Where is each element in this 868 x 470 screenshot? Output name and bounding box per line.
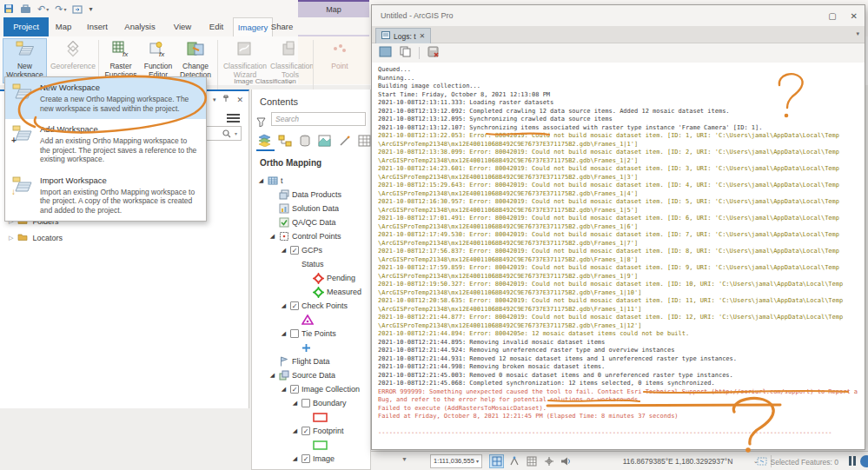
log-line: \ArcGISProTemp21348\mx12E40011068B492C9E… [378,190,865,199]
tab-map[interactable]: Map [49,17,78,36]
selected-features[interactable]: Selected Features: 0 [757,457,838,467]
pane-dropdown-icon[interactable]: ▾ [213,96,216,103]
tree-item-qa-qc-data[interactable]: QA/QC Data [252,215,370,229]
pin-icon[interactable] [222,95,229,104]
grid-icon[interactable] [524,454,539,468]
storage-icon[interactable] [297,133,312,148]
draw-order-icon[interactable] [257,133,272,148]
tab-insert[interactable]: Insert [80,17,115,36]
map-scale-select[interactable]: 1:111,036,555▾ [430,454,482,468]
tab-project[interactable]: Project [3,17,49,36]
menu-item-add-workspace[interactable]: + Add Workspace Add an existing Ortho Ma… [5,119,206,170]
expand-icon[interactable]: ◢ [280,330,288,337]
search-dropdown-icon[interactable]: ▾ [235,130,237,136]
locate-icon[interactable] [860,455,868,467]
menu-item-new-workspace[interactable]: New Workspace Create a new Ortho Mapping… [5,77,206,119]
tree-item-measured[interactable]: Measured [252,285,370,299]
expand-icon[interactable]: ◢ [280,302,288,309]
layout-grid-icon[interactable] [489,454,504,468]
tree-item-t[interactable]: ◢t [252,174,370,188]
contents-title: Contents [260,96,298,107]
tree-item-tie-points[interactable]: ◢Tie Points [252,327,370,341]
checkbox[interactable]: ✓ [290,385,299,394]
tree-item-flight-data[interactable]: Flight Data [252,354,370,368]
checkbox[interactable] [290,329,299,338]
tree-item-image-collection[interactable]: ◢✓Image Collection [252,382,370,396]
expand-icon[interactable]: ◢ [280,247,288,254]
active-view-underline [256,149,275,151]
speaker-icon[interactable] [559,454,573,468]
tree-item-control-points[interactable]: ◢Control Points [252,229,370,243]
edit-icon[interactable] [337,133,352,148]
checkbox[interactable]: ✓ [290,301,299,310]
log-doc-icon [381,31,390,41]
data-source-icon[interactable] [277,133,292,148]
tab-logs-t[interactable]: Logs: t ✕ [375,28,431,43]
tab-view[interactable]: View [165,17,200,36]
tree-item-footprint[interactable]: ◢✓Footprint [252,424,370,438]
undo-icon[interactable]: ↶▾ [37,3,49,15]
expand-icon[interactable]: ◢ [291,455,299,462]
project-switch-icon[interactable] [72,4,83,14]
maximize-icon[interactable]: ▢ [828,11,836,21]
filter-icon[interactable] [256,115,266,130]
menu-item-import-workspace[interactable]: ↓ Import Workspace Import an existing Or… [5,170,206,222]
tree-item-symbol[interactable] [252,438,370,452]
snap-icon[interactable] [507,454,521,468]
table-icon[interactable] [357,133,372,148]
tree-item-data-products[interactable]: Data Products [252,188,370,202]
tab-analysis[interactable]: Analysis [116,17,163,36]
tree-item-symbol[interactable] [252,410,370,424]
log-tab-strip: Logs: t ✕ ▾ [372,26,865,43]
expand-icon[interactable]: ◢ [280,386,288,393]
tree-item-source-data[interactable]: ◢Source Data [252,368,370,382]
expand-icon[interactable]: ◢ [268,233,276,240]
close-window-icon[interactable]: ✕ [851,11,858,21]
select-all-icon[interactable] [379,45,392,61]
checkbox[interactable] [301,399,310,407]
copy-icon[interactable] [400,45,411,61]
point-button[interactable]: Point [318,38,361,83]
save-icon[interactable] [3,3,14,14]
clear-log-icon[interactable] [427,45,440,61]
log-line: 2021-10-08T12:21:44.894: Error: 8004205e… [378,330,865,339]
log-line: 2021-10-08T12:13:12.095: Synchronizing c… [378,116,865,124]
menu-icon[interactable] [227,112,240,124]
checkbox[interactable]: ✓ [301,427,310,435]
open-project-icon[interactable] [20,4,31,14]
expand-icon[interactable]: ◢ [291,427,299,434]
map-view-icon[interactable] [317,133,332,148]
expand-icon[interactable]: ◢ [291,400,299,407]
function-editor-icon: fx [149,41,167,61]
checkbox[interactable]: ✓ [301,454,310,463]
expand-icon[interactable]: ◢ [268,372,276,379]
log-window-titlebar[interactable]: Untitled - ArcGIS Pro [372,5,865,26]
tree-item-symbol[interactable] [252,341,370,354]
expand-icon[interactable]: ◢ [257,177,265,184]
catalog-item-locators[interactable]: ▷ Locators [9,233,63,242]
close-tab-icon[interactable]: ✕ [420,32,426,40]
contents-search-input[interactable]: Search [271,112,366,126]
checkbox[interactable]: ✓ [290,246,299,255]
tree-item-solution-data[interactable]: Solution Data [252,202,370,215]
tree-item-check-points[interactable]: ◢✓Check Points [252,299,370,313]
tree-item-pending[interactable]: Pending [252,271,370,285]
close-pane-icon[interactable]: ✕ [236,96,243,104]
tree-item-boundary[interactable]: ◢Boundary [252,396,370,410]
collapse-icon[interactable]: ▷ [9,235,13,242]
tab-share[interactable]: Share [266,17,298,36]
redo-icon[interactable]: ↷▾ [55,3,66,15]
log-lines[interactable]: Queued...Running...Building image collec… [372,63,865,449]
tab-list-icon[interactable]: ▾ [856,30,859,37]
tree-item-image[interactable]: ◢✓Image [252,452,370,466]
crosshair-icon[interactable] [541,454,556,468]
tab-edit[interactable]: Edit [202,17,231,36]
selection-icon [757,457,767,467]
tree-item-status[interactable]: Status [252,257,370,271]
tree-item-gcps[interactable]: ◢✓GCPs [252,243,370,257]
customize-toolbar-icon[interactable]: ▾ [89,5,92,13]
map-coordinates[interactable]: 116.8679385°E 1,180.3292937°N [604,457,752,466]
tree-item-symbol[interactable] [252,313,370,327]
pause-drawing-icon[interactable] [849,456,856,466]
scroll-down-icon[interactable]: ▼ [401,456,407,462]
